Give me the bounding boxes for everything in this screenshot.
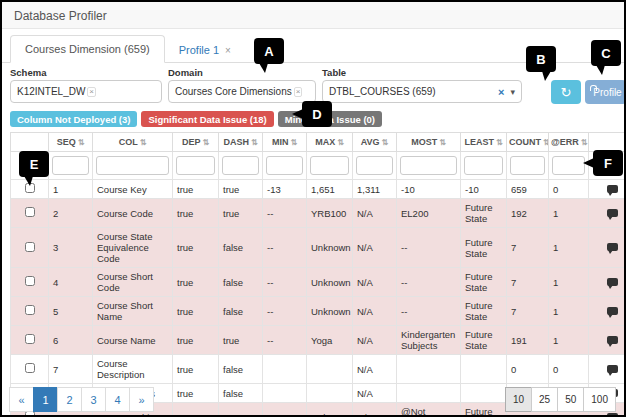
domain-remove-icon[interactable]: ×: [294, 87, 303, 97]
filter-input-least[interactable]: [464, 156, 503, 175]
column-header-label: DASH: [223, 137, 249, 147]
filter-input-min[interactable]: [266, 156, 303, 175]
column-header-count[interactable]: COUNT⇅: [507, 133, 549, 152]
page-size-button-50[interactable]: 50: [557, 387, 584, 412]
column-header-seq[interactable]: SEQ⇅: [49, 133, 93, 152]
pager-next-button[interactable]: »: [129, 387, 154, 412]
pager-page-button-2[interactable]: 2: [57, 387, 82, 412]
pager-prev-button[interactable]: «: [9, 387, 34, 412]
cell-min: --: [263, 297, 307, 326]
refresh-button[interactable]: ↻: [551, 80, 581, 104]
pagination-bar: «1234» 102550100: [10, 387, 616, 412]
cell-seq: 1: [49, 180, 93, 199]
row-select-cell: [11, 228, 49, 268]
comment-icon[interactable]: [607, 413, 618, 417]
comment-icon[interactable]: [607, 243, 618, 251]
callout-tail: [24, 176, 33, 186]
comment-icon[interactable]: [607, 185, 618, 193]
row-checkbox[interactable]: [25, 242, 35, 252]
row-checkbox[interactable]: [25, 207, 35, 217]
sort-icon[interactable]: ⇅: [251, 138, 258, 147]
column-header-col[interactable]: COL⇅: [93, 133, 173, 152]
row-checkbox[interactable]: [25, 334, 35, 344]
table-select[interactable]: DTBL_COURSES (659) × ▾: [322, 80, 522, 103]
close-icon[interactable]: ×: [225, 45, 231, 56]
filter-input-count[interactable]: [510, 156, 545, 175]
filter-input-col[interactable]: [96, 156, 169, 175]
cell-dep: true: [173, 199, 219, 228]
pager-page-button-3[interactable]: 3: [81, 387, 106, 412]
column-header-err[interactable]: @ERR⇅: [549, 133, 589, 152]
column-header-label: MOST: [411, 137, 437, 147]
schema-remove-icon[interactable]: ×: [87, 87, 96, 97]
domain-input[interactable]: Courses Core Dimensions ×: [168, 80, 316, 103]
sort-icon[interactable]: ⇅: [496, 138, 503, 147]
sort-icon[interactable]: ⇅: [140, 138, 147, 147]
page-size-button-100[interactable]: 100: [583, 387, 616, 412]
column-header-dep[interactable]: DEP⇅: [173, 133, 219, 152]
comment-icon[interactable]: [607, 278, 618, 286]
sort-icon[interactable]: ⇅: [337, 138, 344, 147]
table-value: DTBL_COURSES (659): [329, 86, 436, 97]
filter-input-dep[interactable]: [176, 156, 215, 175]
cell-count: 7: [507, 297, 549, 326]
annotation-callout-e: E: [19, 151, 49, 177]
comment-icon[interactable]: [607, 336, 618, 344]
row-checkbox[interactable]: [25, 276, 35, 286]
sort-icon[interactable]: ⇅: [202, 138, 209, 147]
cell-avg: N/A: [353, 268, 397, 297]
column-header-label: COL: [119, 137, 138, 147]
sort-icon[interactable]: ⇅: [382, 138, 389, 147]
status-badge-1[interactable]: Significant Data Issue (18): [141, 111, 273, 127]
column-header-least[interactable]: LEAST⇅: [461, 133, 507, 152]
cell-most: --: [397, 297, 461, 326]
column-header-max[interactable]: MAX⇅: [307, 133, 353, 152]
cell-dep: true: [173, 268, 219, 297]
pager-page-button-4[interactable]: 4: [105, 387, 130, 412]
comment-icon[interactable]: [607, 307, 618, 315]
filter-cell: [507, 152, 549, 180]
row-select-cell: [11, 268, 49, 297]
table-row: 4Course Short Codetruefalse--UnknownN/A-…: [11, 268, 626, 297]
sort-icon[interactable]: ⇅: [581, 138, 588, 147]
column-header-min[interactable]: MIN⇅: [263, 133, 307, 152]
filter-input-seq[interactable]: [52, 156, 89, 175]
filter-input-max[interactable]: [310, 156, 349, 175]
status-badge-0[interactable]: Column Not Deployed (3): [10, 111, 137, 127]
profile-button[interactable]: Profile: [585, 80, 626, 104]
sort-icon[interactable]: ⇅: [439, 138, 446, 147]
sort-icon[interactable]: ⇅: [290, 138, 297, 147]
filter-cell: [263, 152, 307, 180]
filter-input-most[interactable]: [400, 156, 457, 175]
annotation-callout-c: C: [591, 40, 621, 66]
filter-input-dash[interactable]: [222, 156, 259, 175]
page-size-button-10[interactable]: 10: [505, 387, 532, 412]
page-size-button-25[interactable]: 25: [531, 387, 558, 412]
comment-icon[interactable]: [607, 209, 618, 217]
callout-tail: [596, 65, 605, 75]
column-header-dash[interactable]: DASH⇅: [219, 133, 263, 152]
column-header-avg[interactable]: AVG⇅: [353, 133, 397, 152]
row-checkbox[interactable]: [25, 305, 35, 315]
cell-dash: true: [219, 180, 263, 199]
pager-page-button-1[interactable]: 1: [33, 387, 58, 412]
grid-filter-row: [11, 152, 626, 180]
profile-grid: SEQ⇅COL⇅DEP⇅DASH⇅MIN⇅MAX⇅AVG⇅MOST⇅LEAST⇅…: [10, 132, 626, 417]
filter-cell: [49, 152, 93, 180]
filter-input-err[interactable]: [552, 156, 585, 175]
tab-profile-1[interactable]: Profile 1×: [165, 37, 245, 63]
row-checkbox[interactable]: [25, 363, 35, 373]
table-clear-icon[interactable]: ×: [498, 86, 504, 98]
tab-courses-dimension[interactable]: Courses Dimension (659): [10, 35, 165, 63]
filter-input-avg[interactable]: [356, 156, 393, 175]
schema-input[interactable]: K12INTEL_DW ×: [10, 80, 162, 103]
sort-icon[interactable]: ⇅: [543, 138, 549, 147]
sort-icon[interactable]: ⇅: [78, 138, 85, 147]
column-header-most[interactable]: MOST⇅: [397, 133, 461, 152]
cell-count: 659: [507, 180, 549, 199]
column-header-label: SEQ: [57, 137, 76, 147]
cell-max: Unknown: [307, 297, 353, 326]
cell-col: Course Name: [93, 326, 173, 355]
cell-dep: true: [173, 297, 219, 326]
comment-icon[interactable]: [607, 365, 618, 373]
